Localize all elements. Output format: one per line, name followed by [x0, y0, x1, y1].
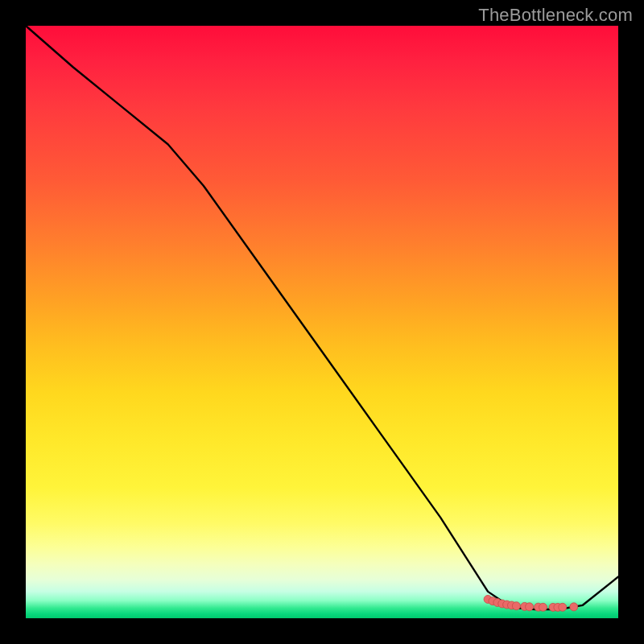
chart-frame: TheBottleneck.com — [0, 0, 644, 644]
chart-svg — [26, 26, 618, 618]
data-marker — [559, 603, 567, 611]
curve-line — [26, 26, 618, 609]
plot-area — [26, 26, 618, 618]
data-marker — [512, 602, 520, 610]
data-marker — [526, 603, 534, 611]
data-marker — [539, 603, 547, 611]
data-marker — [570, 603, 578, 611]
watermark-text: TheBottleneck.com — [478, 5, 633, 26]
